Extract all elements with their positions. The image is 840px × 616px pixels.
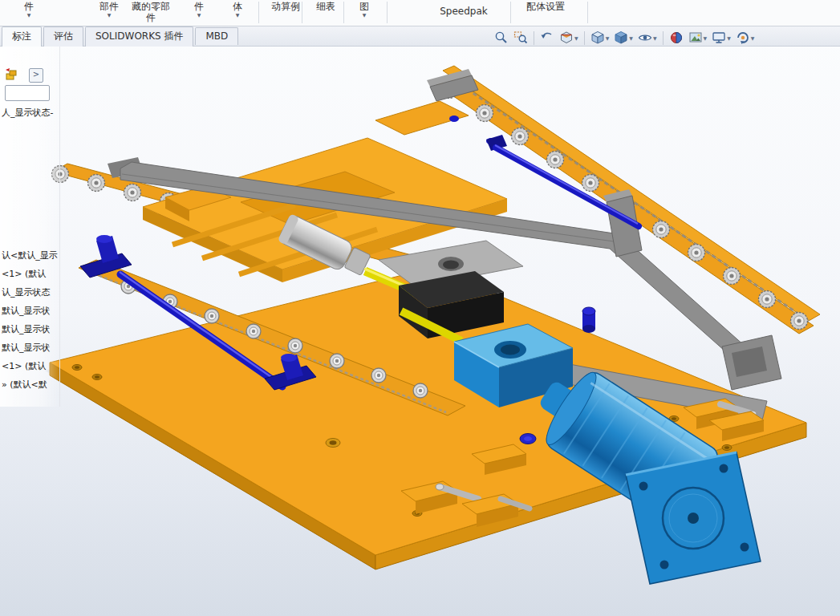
zoom-to-fit-icon[interactable]	[493, 30, 510, 46]
assembly-tree-icon	[4, 67, 20, 86]
tree-item[interactable]: <1> (默认	[2, 268, 59, 280]
ribbon-separator	[302, 2, 302, 23]
ribbon-item-exploded-view[interactable]: 图▼	[350, 1, 379, 18]
blue-pin[interactable]	[582, 307, 595, 333]
feature-manager-panel: > 人_显示状态- 认<默认_显示 <1> (默认 认_显示状态 默认_显示状 …	[0, 46, 60, 407]
ribbon-item-move-component[interactable]: 部件▼	[90, 1, 128, 18]
view-settings-icon[interactable]: ▼	[710, 30, 732, 46]
section-view-icon[interactable]: ▼	[558, 30, 580, 46]
assembly-model[interactable]	[0, 0, 840, 616]
ribbon-separator	[387, 2, 388, 23]
ribbon-item-show-hidden-components[interactable]: 藏的零部件	[132, 1, 170, 23]
ribbon-item-bill-of-materials[interactable]: 细表	[308, 1, 343, 12]
motor-flange[interactable]	[626, 452, 761, 584]
dropdown-arrow-icon: ▼	[90, 12, 128, 18]
edit-appearance-icon[interactable]	[668, 30, 685, 46]
solidworks-window: 件▼ 部件▼ 藏的零部件 件▼ 体▼ 动算例 细表 图▼ Speedpak 配体…	[0, 0, 840, 616]
tab-mbd[interactable]: MBD	[195, 27, 238, 45]
hud-separator	[534, 31, 534, 45]
dropdown-arrow-icon: ▼	[225, 12, 250, 18]
hide-show-items-icon[interactable]: ▼	[636, 30, 659, 46]
view-orientation-icon[interactable]: ▼	[589, 30, 611, 46]
ribbon-item-assembly-settings[interactable]: 配体设置	[525, 1, 566, 12]
ribbon-item-assembly-features[interactable]: 体▼	[225, 1, 250, 18]
dropdown-arrow-icon: ▼	[653, 35, 657, 41]
ribbon-item-insert-components[interactable]: 件▼	[13, 1, 45, 18]
dropdown-arrow-icon: ▼	[727, 35, 731, 41]
zoom-to-area-icon[interactable]	[512, 30, 530, 46]
panel-expand-button[interactable]: >	[29, 68, 43, 83]
tree-item[interactable]: 人_显示状态-	[2, 107, 59, 119]
dropdown-arrow-icon: ▼	[704, 35, 708, 41]
ribbon-item-fasteners[interactable]: 件▼	[186, 1, 212, 18]
ribbon-separator	[258, 2, 259, 23]
tree-item[interactable]: » (默认<默	[2, 379, 59, 391]
tree-item[interactable]: 默认_显示状	[2, 305, 59, 317]
apply-scene-icon[interactable]: ▼	[687, 30, 709, 46]
dropdown-arrow-icon: ▼	[751, 35, 755, 41]
hud-separator	[663, 31, 663, 45]
tab-solidworks-addins[interactable]: SOLIDWORKS 插件	[85, 26, 193, 47]
dropdown-arrow-icon: ▼	[606, 35, 610, 41]
ribbon-separator	[510, 2, 511, 23]
tab-evaluate[interactable]: 评估	[43, 26, 83, 47]
tab-annotations[interactable]: 标注	[2, 26, 42, 47]
dropdown-arrow-icon: ▼	[629, 35, 633, 41]
dropdown-arrow-icon: ▼	[350, 12, 379, 18]
ribbon-separator	[587, 2, 588, 23]
hud-separator	[584, 31, 585, 45]
command-manager-ribbon: 件▼ 部件▼ 藏的零部件 件▼ 体▼ 动算例 细表 图▼ Speedpak 配体…	[0, 0, 840, 26]
tree-item[interactable]: 认<默认_显示	[2, 249, 59, 261]
rotate-view-icon[interactable]: ▼	[734, 30, 757, 46]
ribbon-item-speedpak[interactable]: Speedpak	[434, 6, 493, 17]
display-style-icon[interactable]: ▼	[612, 30, 635, 46]
ribbon-separator	[343, 2, 344, 23]
dropdown-arrow-icon: ▼	[13, 12, 45, 18]
previous-view-icon[interactable]	[538, 30, 556, 46]
tree-item[interactable]: 认_显示状态	[2, 286, 59, 298]
tree-item[interactable]: 默认_显示状	[2, 342, 59, 354]
heads-up-view-toolbar: ▼ ▼ ▼ ▼ ▼ ▼ ▼	[493, 29, 756, 47]
graphics-area[interactable]	[0, 0, 840, 616]
tree-item[interactable]: 默认_显示状	[2, 323, 59, 335]
tree-item[interactable]: <1> (默认	[2, 360, 59, 372]
tree-filter-box[interactable]	[5, 85, 50, 101]
dropdown-arrow-icon: ▼	[574, 35, 578, 41]
dropdown-arrow-icon: ▼	[186, 12, 212, 18]
